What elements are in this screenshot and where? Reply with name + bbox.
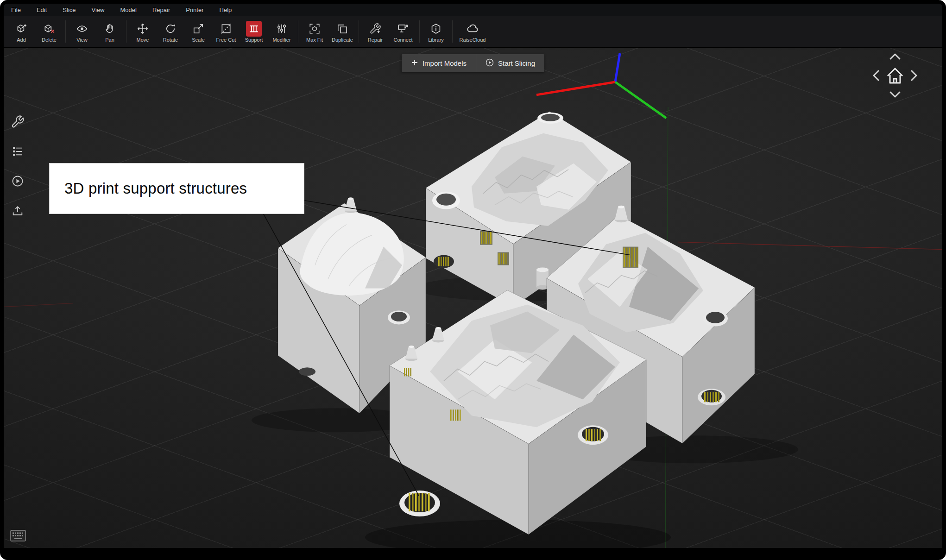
menu-view[interactable]: View	[92, 6, 105, 13]
support-structure	[623, 247, 638, 268]
app-window: File Edit Slice View Model Repair Printe…	[0, 0, 946, 560]
toolbar-modifier[interactable]: Modifier	[268, 21, 296, 43]
scene-3d	[4, 48, 942, 548]
toolbar-separator	[298, 20, 298, 43]
free-cut-icon	[218, 21, 234, 37]
chevron-left-icon[interactable]	[874, 71, 878, 80]
toolbar-scale[interactable]: Scale	[184, 21, 212, 43]
modifier-icon	[274, 21, 290, 37]
max-fit-icon	[307, 21, 322, 37]
action-bar: Import Models Start Slicing	[402, 54, 544, 72]
toolbar-library[interactable]: Library	[422, 21, 450, 43]
library-icon	[428, 21, 444, 37]
chevron-down-icon[interactable]	[890, 92, 900, 97]
model-list-button[interactable]	[10, 145, 25, 160]
add-model-icon	[13, 21, 29, 37]
toolbar-duplicate[interactable]: Duplicate	[328, 21, 356, 43]
viewport-3d[interactable]: 3D print support structures Import Model…	[4, 48, 942, 548]
repair-icon	[367, 21, 383, 37]
upload-export-icon	[11, 204, 24, 219]
start-slicing-button[interactable]: Start Slicing	[476, 54, 544, 72]
menu-model[interactable]: Model	[120, 6, 137, 13]
toolbar-support[interactable]: Support	[240, 21, 268, 43]
toolbar-repair[interactable]: Repair	[361, 21, 389, 43]
settings-button[interactable]	[10, 115, 25, 130]
menu-help[interactable]: Help	[220, 6, 232, 13]
upload-export-button[interactable]	[10, 204, 25, 219]
toolbar-delete[interactable]: Delete	[35, 21, 63, 43]
toolbar-separator	[452, 20, 453, 43]
preview-play-button[interactable]	[10, 175, 25, 189]
keyboard-icon	[10, 535, 26, 543]
home-icon[interactable]	[888, 69, 902, 83]
view-navigation-widget	[868, 49, 922, 102]
left-tool-rail	[10, 115, 25, 219]
chevron-up-icon[interactable]	[890, 54, 900, 59]
toolbar-connect[interactable]: Connect	[389, 21, 417, 43]
pan-icon	[102, 21, 118, 37]
move-icon	[135, 21, 151, 37]
toolbar-add[interactable]: Add	[7, 21, 35, 43]
toolbar-separator	[419, 20, 420, 43]
view-icon	[74, 21, 90, 37]
toolbar-separator	[126, 20, 126, 43]
toolbar-move[interactable]: Move	[129, 21, 157, 43]
chevron-right-icon[interactable]	[912, 71, 916, 80]
settings-wrench-icon	[11, 115, 25, 131]
menu-slice[interactable]: Slice	[63, 6, 76, 13]
toolbar-rotate[interactable]: Rotate	[157, 21, 184, 43]
play-circle-icon	[486, 58, 494, 68]
axis-gizmo	[536, 53, 666, 118]
raisecloud-icon	[465, 21, 480, 37]
preview-play-icon	[11, 175, 24, 189]
delete-model-icon	[41, 21, 57, 37]
menu-edit[interactable]: Edit	[37, 6, 47, 13]
support-icon	[246, 21, 262, 37]
keyboard-shortcuts-button[interactable]	[10, 530, 26, 543]
toolbar-raisecloud[interactable]: RaiseCloud	[455, 21, 490, 43]
menu-file[interactable]: File	[11, 6, 21, 13]
toolbar-separator	[65, 20, 66, 43]
callout-text: 3D print support structures	[64, 180, 247, 197]
main-toolbar: Add Delete View Pan Move Rotate Scale	[4, 16, 942, 48]
toolbar-separator	[359, 20, 359, 43]
duplicate-icon	[334, 21, 350, 37]
toolbar-view[interactable]: View	[68, 21, 96, 43]
callout-label: 3D print support structures	[49, 163, 304, 214]
menu-repair[interactable]: Repair	[152, 6, 170, 13]
rotate-icon	[163, 21, 178, 37]
scale-icon	[190, 21, 206, 37]
menu-bar: File Edit Slice View Model Repair Printe…	[4, 4, 942, 16]
plus-icon	[411, 59, 418, 68]
toolbar-free-cut[interactable]: Free Cut	[212, 21, 240, 43]
menu-printer[interactable]: Printer	[186, 6, 203, 13]
toolbar-pan[interactable]: Pan	[96, 21, 124, 43]
connect-printer-icon	[395, 21, 411, 37]
import-models-button[interactable]: Import Models	[402, 54, 476, 72]
model-list-icon	[11, 145, 24, 160]
toolbar-max-fit[interactable]: Max Fit	[301, 21, 328, 43]
